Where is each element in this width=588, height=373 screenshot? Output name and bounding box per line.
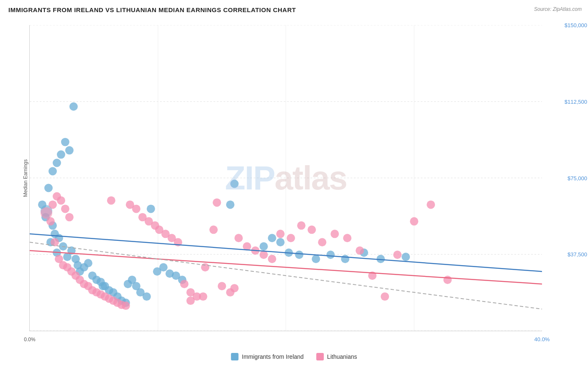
svg-point-84 bbox=[41, 207, 52, 219]
swatch-ireland bbox=[231, 353, 238, 360]
svg-point-52 bbox=[226, 200, 235, 209]
y-label-150k: $150,000 bbox=[565, 22, 587, 28]
svg-point-105 bbox=[218, 282, 226, 290]
svg-point-35 bbox=[69, 102, 78, 111]
svg-point-31 bbox=[53, 159, 61, 167]
svg-point-57 bbox=[295, 250, 303, 259]
svg-point-47 bbox=[159, 263, 168, 271]
svg-point-115 bbox=[307, 225, 316, 234]
svg-point-104 bbox=[210, 225, 218, 234]
svg-point-33 bbox=[61, 138, 69, 146]
chart-title: IMMIGRANTS FROM IRELAND VS LITHUANIAN ME… bbox=[8, 6, 296, 13]
svg-point-112 bbox=[276, 230, 285, 238]
svg-point-45 bbox=[143, 292, 151, 301]
chart-container: IMMIGRANTS FROM IRELAND VS LITHUANIAN ME… bbox=[0, 0, 588, 373]
svg-point-100 bbox=[180, 280, 189, 288]
y-label-37k: $37,500 bbox=[568, 251, 587, 258]
svg-point-119 bbox=[355, 246, 364, 255]
svg-point-114 bbox=[297, 221, 305, 230]
svg-point-89 bbox=[65, 213, 74, 221]
swatch-lithuanian bbox=[316, 353, 324, 360]
svg-point-58 bbox=[312, 255, 320, 263]
x-label-0: 0.0% bbox=[24, 337, 35, 342]
y-axis-title: Median Earnings bbox=[23, 159, 28, 197]
svg-point-123 bbox=[410, 217, 418, 225]
svg-point-51 bbox=[147, 204, 155, 213]
svg-point-127 bbox=[199, 292, 207, 301]
svg-point-83 bbox=[122, 301, 130, 310]
chart-area: ZIPatlas Median Earnings bbox=[29, 25, 542, 331]
svg-point-125 bbox=[443, 276, 452, 284]
svg-point-118 bbox=[343, 234, 351, 242]
svg-point-92 bbox=[132, 204, 141, 213]
svg-point-110 bbox=[260, 250, 268, 259]
svg-point-90 bbox=[107, 196, 115, 204]
svg-point-30 bbox=[49, 167, 57, 176]
svg-point-59 bbox=[326, 250, 335, 259]
svg-point-34 bbox=[65, 146, 74, 155]
svg-point-55 bbox=[276, 238, 285, 246]
legend-lithuanian-label: Lithuanians bbox=[327, 353, 357, 360]
svg-point-64 bbox=[230, 179, 239, 188]
svg-point-117 bbox=[330, 230, 339, 238]
svg-point-85 bbox=[49, 200, 57, 209]
svg-point-60 bbox=[341, 255, 349, 263]
svg-point-88 bbox=[61, 204, 69, 213]
y-label-75k: $75,000 bbox=[568, 175, 587, 181]
svg-point-23 bbox=[84, 259, 92, 267]
svg-point-9 bbox=[44, 184, 53, 192]
svg-point-129 bbox=[213, 198, 221, 207]
svg-point-63 bbox=[401, 253, 410, 261]
svg-point-87 bbox=[57, 196, 65, 204]
svg-point-111 bbox=[268, 255, 276, 263]
bottom-legend: Immigrants from Ireland Lithuanians bbox=[231, 353, 357, 360]
svg-point-116 bbox=[318, 238, 326, 246]
svg-point-122 bbox=[393, 250, 401, 259]
svg-point-128 bbox=[230, 284, 239, 292]
y-label-112k: $112,500 bbox=[565, 98, 587, 105]
source-label: Source: ZipAtlas.com bbox=[534, 6, 582, 12]
x-label-40: 40.0% bbox=[534, 336, 550, 342]
svg-point-107 bbox=[235, 234, 243, 242]
legend-ireland: Immigrants from Ireland bbox=[231, 353, 304, 360]
svg-point-121 bbox=[381, 292, 389, 301]
svg-point-40 bbox=[99, 282, 107, 290]
legend-lithuanian: Lithuanians bbox=[316, 353, 357, 360]
chart-svg bbox=[30, 25, 542, 331]
svg-point-113 bbox=[286, 234, 295, 242]
legend-ireland-label: Immigrants from Ireland bbox=[242, 353, 304, 360]
svg-point-32 bbox=[57, 151, 65, 159]
svg-point-54 bbox=[268, 234, 276, 242]
svg-point-124 bbox=[427, 200, 435, 209]
svg-point-53 bbox=[260, 242, 268, 250]
svg-point-126 bbox=[187, 296, 195, 305]
